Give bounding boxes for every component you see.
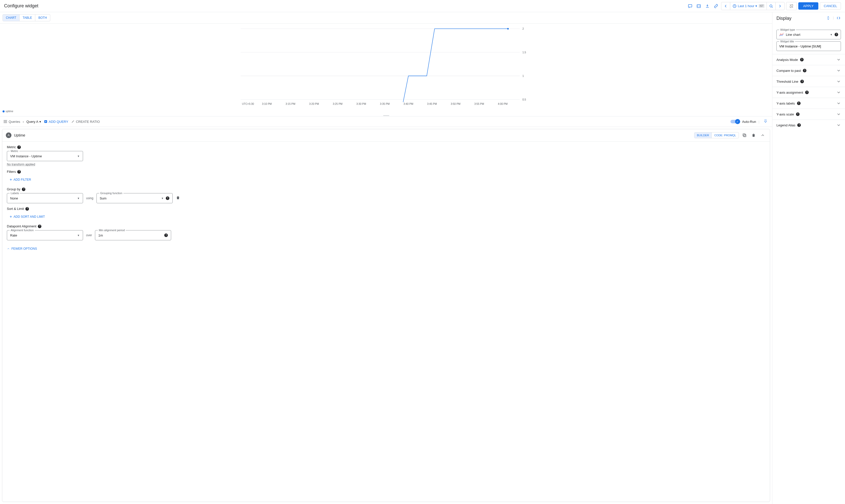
help-icon[interactable]: ? <box>164 233 168 237</box>
add-filter-button[interactable]: +ADD FILTER <box>7 176 34 184</box>
widget-type-select[interactable]: Widget type Line chart ▼ ? <box>776 30 841 39</box>
add-query-button[interactable]: ADD QUERY <box>44 120 68 124</box>
help-icon[interactable]: ? <box>800 80 804 83</box>
help-icon[interactable]: ? <box>800 58 804 61</box>
widget-title-field[interactable] <box>779 44 838 48</box>
time-prev-button[interactable] <box>721 2 730 10</box>
help-icon[interactable]: ? <box>17 170 21 174</box>
sort-icon[interactable] <box>826 16 830 21</box>
query-panel: A Uptime BUILDER CODE: PROMQL Metric? M <box>2 129 770 502</box>
auto-run-label: Auto-Run <box>742 120 756 124</box>
builder-tab[interactable]: BUILDER <box>694 132 712 138</box>
settings-toggle-icon[interactable] <box>788 2 795 10</box>
comment-icon[interactable] <box>687 2 694 10</box>
query-bar: Queries › Query A ▾ ADD QUERY CREATE RAT… <box>0 116 772 127</box>
svg-rect-0 <box>688 4 692 7</box>
svg-text:3:40 PM: 3:40 PM <box>403 103 413 105</box>
help-icon[interactable]: ? <box>166 196 169 200</box>
svg-text:3:45 PM: 3:45 PM <box>427 103 437 105</box>
query-a-dropdown[interactable]: Query A ▾ <box>27 120 41 124</box>
svg-text:3:25 PM: 3:25 PM <box>333 103 342 105</box>
min-period-input[interactable]: Min alignment period 1m ? <box>95 230 171 240</box>
chevron-up-icon[interactable] <box>759 132 766 139</box>
tab-both[interactable]: BOTH <box>35 15 50 21</box>
groupby-section-label: Group by <box>7 187 20 191</box>
chart-area: 2 1.5 1 0.5 UTC+5:30 3:10 PM 3:15 PM 3:2… <box>0 23 772 110</box>
svg-text:2: 2 <box>522 28 524 30</box>
queries-breadcrumb[interactable]: Queries <box>3 119 20 124</box>
help-icon[interactable]: ? <box>38 224 41 228</box>
create-ratio-button[interactable]: CREATE RATIO <box>71 120 100 124</box>
svg-text:3:20 PM: 3:20 PM <box>309 103 319 105</box>
chevron-down-icon <box>837 123 841 127</box>
collapse-panel-icon[interactable] <box>837 16 841 21</box>
svg-text:UTC+5:30: UTC+5:30 <box>242 103 254 105</box>
apply-button[interactable]: APPLY <box>798 2 818 10</box>
sort-section-label: Sort & Limit <box>7 207 24 211</box>
svg-point-12 <box>507 28 509 30</box>
query-title: Uptime <box>14 133 692 137</box>
collapse-all-icon[interactable] <box>762 118 769 125</box>
delete-groupby-icon[interactable] <box>176 195 180 201</box>
code-tab[interactable]: CODE: PROMQL <box>712 132 739 138</box>
grouping-fn-select[interactable]: Grouping function Sum ▼ ? <box>96 193 173 203</box>
y-axis-scale-section[interactable]: Y-axis scale? <box>772 109 845 120</box>
fewer-options-button[interactable]: FEWER OPTIONS <box>7 244 765 251</box>
line-chart-icon <box>779 32 784 37</box>
top-header: Configure widget Last 1 hour ▾ IST APPLY… <box>0 0 845 12</box>
help-icon[interactable]: ? <box>834 33 838 36</box>
y-axis-labels-section[interactable]: Y-axis labels? <box>772 98 845 109</box>
tab-table[interactable]: TABLE <box>20 15 35 21</box>
time-range-picker: Last 1 hour ▾ IST <box>721 2 785 10</box>
cancel-button[interactable]: CANCEL <box>820 2 841 10</box>
filters-section-label: Filters <box>7 170 16 174</box>
analysis-mode-section[interactable]: Analysis Mode? <box>772 54 845 65</box>
help-icon[interactable]: ? <box>796 112 799 116</box>
copy-icon[interactable] <box>741 132 748 139</box>
help-icon[interactable]: ? <box>803 69 806 72</box>
threshold-line-section[interactable]: Threshold Line? <box>772 76 845 87</box>
using-label: using <box>86 196 93 200</box>
svg-rect-26 <box>744 134 746 137</box>
svg-text:3:35 PM: 3:35 PM <box>380 103 389 105</box>
query-badge: A <box>6 132 12 138</box>
auto-run-toggle[interactable] <box>730 120 740 123</box>
chevron-down-icon <box>837 68 841 73</box>
download-icon[interactable] <box>704 2 711 10</box>
compare-past-section[interactable]: Compare to past? <box>772 65 845 76</box>
page-title: Configure widget <box>4 3 38 8</box>
add-sort-limit-button[interactable]: +ADD SORT AND LIMIT <box>7 213 48 221</box>
help-icon[interactable]: ? <box>797 123 801 127</box>
chevron-down-icon <box>837 112 841 116</box>
legend-alias-section[interactable]: Legend Alias? <box>772 120 845 130</box>
svg-text:1: 1 <box>522 75 524 77</box>
tab-chart[interactable]: CHART <box>3 15 20 21</box>
chevron-down-icon <box>837 90 841 95</box>
svg-point-3 <box>770 4 772 7</box>
widget-title-input[interactable]: Widget title <box>776 41 841 51</box>
time-zoom-button[interactable] <box>767 2 776 10</box>
chevron-down-icon <box>837 101 841 106</box>
labels-select[interactable]: Labels None ▼ <box>7 193 83 203</box>
y-axis-assignment-section[interactable]: Y-axis assignment? <box>772 87 845 98</box>
chevron-down-icon <box>837 79 841 84</box>
help-icon[interactable]: ? <box>17 145 21 149</box>
help-icon[interactable]: ? <box>805 91 809 94</box>
delete-icon[interactable] <box>750 132 757 139</box>
svg-text:3:10 PM: 3:10 PM <box>262 103 272 105</box>
help-icon[interactable]: ? <box>25 207 29 211</box>
display-title: Display <box>776 16 791 21</box>
align-fn-select[interactable]: Alignment function Rate ▼ <box>7 230 83 240</box>
help-icon[interactable]: ? <box>797 102 800 105</box>
header-actions: Last 1 hour ▾ IST APPLY CANCEL <box>687 2 841 10</box>
metric-section-label: Metric <box>7 145 16 149</box>
help-icon[interactable]: ? <box>22 187 25 191</box>
link-icon[interactable] <box>712 2 720 10</box>
no-transform-link[interactable]: No transform applied <box>7 163 35 166</box>
time-range-display[interactable]: Last 1 hour ▾ IST <box>730 2 767 10</box>
time-next-button[interactable] <box>776 2 784 10</box>
metric-select[interactable]: Metric VM Instance - Uptime ▼ <box>7 151 83 161</box>
code-icon[interactable] <box>695 2 702 10</box>
svg-text:4:00 PM: 4:00 PM <box>498 103 508 105</box>
chart-legend: uptime <box>0 110 772 115</box>
